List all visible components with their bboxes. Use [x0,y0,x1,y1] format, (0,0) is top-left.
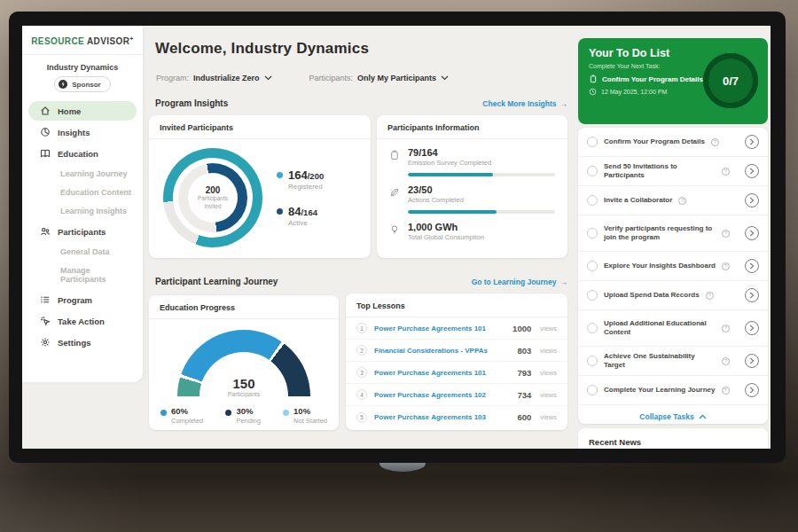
lesson-link[interactable]: Power Purchase Agreements 102 [374,391,486,399]
sidebar-item-education[interactable]: Education [28,144,137,163]
participants-information-card: Participants Information 79/164 Emission… [377,115,567,258]
legend-dot [160,410,167,416]
lesson-rank: 1 [356,323,367,333]
sidebar-item-general-data[interactable]: General Data [28,243,137,261]
program-insights-header: Program Insights Check More Insights → [155,98,567,108]
legend-label: Registered [288,183,324,191]
task-checkbox[interactable] [587,228,598,239]
program-dropdown[interactable]: Program: Industrialize Zero [156,74,272,82]
task-row: Verify participants requesting to join t… [578,215,768,252]
task-chevron-button[interactable] [745,354,759,368]
legend-dot [277,208,283,215]
task-chevron-button[interactable] [745,321,759,335]
lesson-row: 5 Power Purchase Agreements 103 600 view… [346,406,567,428]
arrow-right-icon: → [560,99,568,108]
check-more-insights-link[interactable]: Check More Insights → [482,99,567,108]
stat-actions-completed: 23/50 Actions Completed [377,176,567,204]
leaf-icon [389,187,400,198]
legend-item-completed: 60% Completed [160,406,203,425]
legend-value: 164 [288,168,308,182]
sidebar-item-label: Manage Participants [60,266,106,284]
sponsor-badge: Sponsor [54,76,110,92]
todo-next-task: Confirm Your Program Details [602,75,703,83]
sidebar-item-take-action[interactable]: Take Action [28,311,137,331]
views-suffix: views [540,347,557,355]
legend-dot [283,410,289,416]
lightbulb-icon [389,224,400,235]
task-chevron-button[interactable] [745,164,759,178]
task-row: Achieve One Sustainability Target ? [578,347,768,376]
link-label: Check More Insights [482,99,556,108]
info-icon[interactable]: ? [722,262,730,270]
task-chevron-button[interactable] [745,193,759,207]
task-chevron-button[interactable] [745,259,759,273]
recent-news-card: Recent News [578,428,768,449]
info-icon[interactable]: ? [722,387,730,395]
clipboard-icon [389,150,400,160]
lesson-link[interactable]: Power Purchase Agreements 103 [374,413,486,421]
task-checkbox[interactable] [587,385,598,395]
logo-secondary: ADVISOR [87,36,129,46]
sidebar-item-label: Learning Insights [60,207,127,215]
book-icon [40,148,51,159]
legend-label: Completed [171,417,203,425]
info-icon[interactable]: ? [722,168,730,176]
sidebar-item-learning-journey[interactable]: Learning Journey [28,165,137,183]
stat-label: Actions Completed [408,196,464,204]
task-chevron-button[interactable] [745,383,759,397]
clipboard-icon [589,74,598,83]
task-checkbox[interactable] [587,323,598,333]
home-icon [40,106,51,116]
task-checkbox[interactable] [587,137,598,147]
lesson-link[interactable]: Financial Considerations - VPPAs [374,347,488,355]
sidebar-item-learning-insights[interactable]: Learning Insights [28,202,137,220]
task-chevron-button[interactable] [745,135,759,149]
info-icon[interactable]: ? [678,197,686,205]
participants-dropdown[interactable]: Participants: Only My Participants [309,74,450,82]
sidebar-item-label: Learning Journey [60,169,128,178]
task-checkbox[interactable] [587,261,598,271]
legend-value: 84 [288,205,301,218]
people-icon [40,226,51,237]
info-icon[interactable]: ? [722,325,730,332]
legend-dot [225,410,231,416]
sidebar-item-label: Education Content [60,188,131,197]
collapse-tasks-link[interactable]: Collapse Tasks [578,405,768,424]
sidebar-item-insights[interactable]: Insights [28,122,137,142]
lesson-link[interactable]: Power Purchase Agreements 101 [374,325,486,332]
task-checkbox[interactable] [587,195,598,206]
task-chevron-button[interactable] [745,288,759,302]
task-checkbox[interactable] [587,166,598,176]
info-icon[interactable]: ? [722,357,730,365]
section-title: Participant Learning Journey [155,277,278,286]
sidebar-item-home[interactable]: Home [28,101,137,121]
legend-item-pending: 30% Pending [225,406,261,425]
sidebar-item-participants[interactable]: Participants [28,222,137,241]
task-checkbox[interactable] [587,356,598,366]
task-checkbox[interactable] [587,290,598,301]
link-label: Go to Learning Journey [472,278,557,286]
education-gauge-chart: 150 Participants [177,330,310,397]
arrow-right-icon: → [560,278,568,286]
lesson-views: 734 [517,390,531,400]
sidebar-item-education-content[interactable]: Education Content [28,184,137,201]
info-icon[interactable]: ? [711,138,719,146]
sidebar-item-program[interactable]: Program [28,290,137,309]
stat-emission-survey: 79/164 Emission Survey Completed [377,139,567,167]
info-icon[interactable]: ? [706,292,714,300]
participants-value: Only My Participants [357,74,436,82]
sidebar-item-settings[interactable]: Settings [28,332,137,352]
insights-icon [40,127,51,137]
page-title: Welcome, Industry Dynamics [155,40,369,58]
donut-center-value: 200 [206,185,221,195]
task-row: Upload Additional Educational Content ? [578,310,768,347]
info-icon[interactable]: ? [722,230,730,238]
sidebar-item-manage-participants[interactable]: Manage Participants [28,262,137,288]
filters-row: Program: Industrialize Zero Participants… [156,74,449,82]
stat-global-consumption: 1,000 GWh Total Global Consumption [377,214,567,241]
go-to-learning-journey-link[interactable]: Go to Learning Journey → [472,278,567,286]
dashboard-screen: RESOURCE ADVISOR+ Industry Dynamics Spon… [22,26,771,449]
lesson-link[interactable]: Power Purchase Agreements 101 [374,369,486,377]
task-chevron-button[interactable] [745,226,759,240]
lesson-rank: 4 [356,389,367,400]
